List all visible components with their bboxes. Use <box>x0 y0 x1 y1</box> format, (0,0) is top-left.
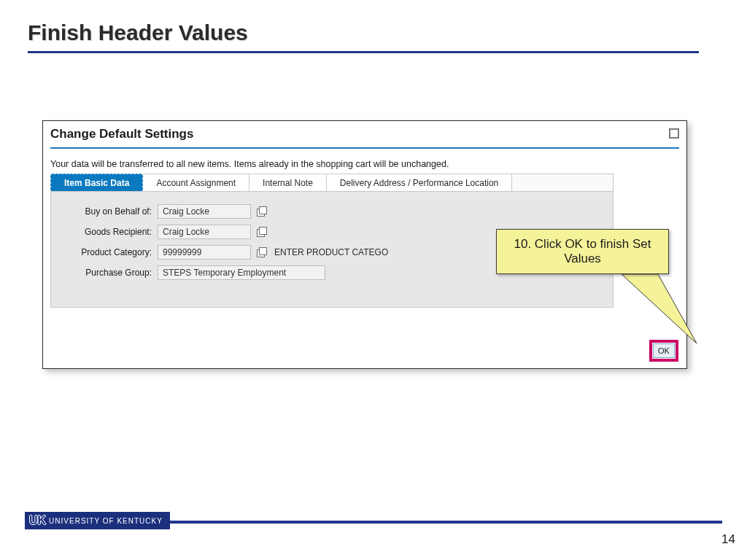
input-buy-on-behalf[interactable]: Craig Locke <box>158 204 251 219</box>
uk-logo-mark: UK <box>29 514 46 527</box>
dialog-title-rule <box>50 147 679 149</box>
row-purchase-group: Purchase Group: STEPS Temporary Employme… <box>63 265 325 281</box>
maximize-icon[interactable] <box>669 128 679 139</box>
title-underline <box>28 51 699 53</box>
input-goods-recipient[interactable]: Craig Locke <box>158 225 251 239</box>
tab-account-assignment[interactable]: Account Assignment <box>143 174 249 191</box>
value-help-icon[interactable] <box>255 206 267 217</box>
label-purchase-group: Purchase Group: <box>63 268 158 278</box>
input-product-category[interactable]: 99999999 <box>158 245 251 260</box>
tab-row: Item Basic Data Account Assignment Inter… <box>50 174 614 191</box>
page-number: 14 <box>721 532 735 547</box>
dialog-header: Change Default Settings <box>50 127 679 147</box>
row-product-category: Product Category: 99999999 ENTER PRODUCT… <box>63 244 388 260</box>
callout-box: 10. Click OK to finish Set Values <box>496 229 669 274</box>
tab-delivery-address[interactable]: Delivery Address / Performance Location <box>327 174 512 191</box>
slide-title: Finish Header Values <box>28 20 248 45</box>
dialog-title: Change Default Settings <box>50 127 193 141</box>
tab-internal-note[interactable]: Internal Note <box>249 174 327 191</box>
uk-logo-text: UNIVERSITY OF KENTUCKY <box>49 517 163 525</box>
value-help-icon[interactable] <box>255 226 267 238</box>
row-buy-on-behalf: Buy on Behalf of: Craig Locke <box>63 203 267 219</box>
label-product-category: Product Category: <box>63 247 158 257</box>
input-purchase-group[interactable]: STEPS Temporary Employment <box>158 265 325 280</box>
row-goods-recipient: Goods Recipient: Craig Locke <box>63 224 267 240</box>
uk-logo: UK UNIVERSITY OF KENTUCKY <box>25 512 170 529</box>
help-product-category: ENTER PRODUCT CATEGO <box>274 247 388 257</box>
svg-marker-0 <box>622 274 697 343</box>
label-buy-on-behalf: Buy on Behalf of: <box>63 206 158 217</box>
dialog-info-text: Your data will be transferred to all new… <box>50 159 449 169</box>
tab-item-basic-data[interactable]: Item Basic Data <box>50 174 143 192</box>
label-goods-recipient: Goods Recipient: <box>63 227 158 237</box>
value-help-icon[interactable] <box>255 246 267 258</box>
